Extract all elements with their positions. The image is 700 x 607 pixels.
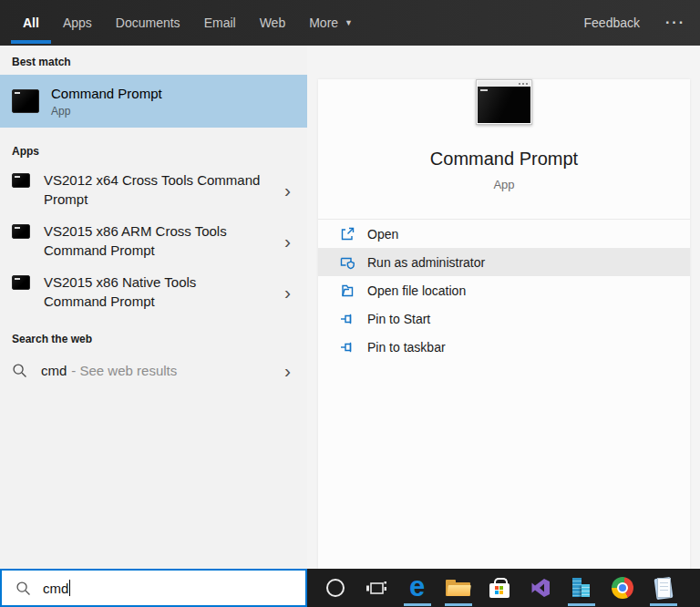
app-result-label: VS2015 x86 Native Tools Command Prompt — [44, 273, 261, 311]
tab-more-label: More — [309, 15, 338, 30]
action-label: Run as administrator — [367, 255, 485, 270]
results-area: Best match Command Prompt App Apps VS201… — [0, 46, 700, 569]
chrome-icon — [612, 577, 633, 599]
action-label: Pin to Start — [367, 312, 430, 326]
tab-apps[interactable]: Apps — [51, 0, 104, 46]
apps-header: Apps — [0, 128, 307, 164]
tab-all-label: All — [23, 15, 39, 30]
search-web-header: Search the web — [0, 317, 307, 354]
preview-subtitle: App — [318, 178, 690, 191]
file-explorer-icon — [446, 578, 470, 598]
search-icon — [12, 363, 27, 378]
tab-email-label: Email — [204, 15, 236, 30]
edge-icon: e — [409, 572, 425, 601]
action-run-as-administrator[interactable]: Run as administrator — [318, 248, 690, 276]
tab-apps-label: Apps — [63, 15, 92, 30]
preview-title: Command Prompt — [318, 149, 690, 170]
tab-web[interactable]: Web — [248, 0, 298, 46]
web-suffix-text: - See web results — [71, 363, 177, 378]
action-pin-to-taskbar[interactable]: Pin to taskbar — [318, 333, 690, 361]
action-label: Pin to taskbar — [367, 340, 446, 355]
command-prompt-icon — [12, 173, 30, 188]
server-manager-taskbar-button[interactable] — [561, 569, 602, 607]
preview-pane: Command Prompt App Open — [307, 46, 700, 569]
best-match-result[interactable]: Command Prompt App — [0, 75, 307, 128]
web-query-text: cmd — [41, 363, 67, 378]
app-result-vs2015-native[interactable]: VS2015 x86 Native Tools Command Prompt › — [0, 266, 307, 317]
action-label: Open — [367, 227, 398, 242]
filter-tabs: All Apps Documents Email Web More ▼ — [11, 0, 365, 46]
tab-more[interactable]: More ▼ — [297, 0, 365, 46]
edge-taskbar-button[interactable]: e — [396, 569, 438, 607]
web-search-result[interactable]: cmd - See web results › — [0, 354, 307, 386]
task-view-button[interactable] — [355, 569, 396, 607]
file-explorer-taskbar-button[interactable] — [438, 569, 479, 607]
results-list: Best match Command Prompt App Apps VS201… — [0, 46, 307, 569]
cortana-button[interactable] — [314, 569, 355, 607]
command-prompt-icon — [12, 89, 39, 113]
tab-documents[interactable]: Documents — [104, 0, 192, 46]
task-view-icon — [365, 576, 388, 600]
chevron-right-icon[interactable]: › — [284, 231, 291, 251]
app-result-vs2015-arm[interactable]: VS2015 x86 ARM Cross Tools Command Promp… — [0, 215, 307, 266]
visual-studio-icon — [529, 576, 552, 600]
feedback-button[interactable]: Feedback — [584, 15, 640, 30]
microsoft-store-icon — [489, 583, 510, 598]
chevron-right-icon[interactable]: › — [284, 283, 291, 302]
text-caret — [69, 580, 70, 596]
cortana-icon — [326, 579, 345, 597]
tab-email[interactable]: Email — [192, 0, 248, 46]
store-taskbar-button[interactable] — [479, 569, 520, 607]
tab-all[interactable]: All — [11, 0, 51, 46]
app-result-vs2012-x64[interactable]: VS2012 x64 Cross Tools Command Prompt › — [0, 164, 307, 215]
run-as-admin-icon — [339, 254, 355, 271]
taskbar-row: cmd e — [0, 569, 700, 607]
best-match-subtitle: App — [51, 105, 162, 118]
more-options-icon[interactable]: ··· — [665, 15, 685, 31]
search-input-value: cmd — [43, 581, 68, 596]
action-open-file-location[interactable]: Open file location — [318, 276, 690, 304]
pin-icon — [339, 339, 355, 355]
chevron-down-icon: ▼ — [345, 18, 353, 27]
server-manager-icon — [569, 577, 593, 599]
best-match-texts: Command Prompt App — [51, 86, 162, 118]
tab-documents-label: Documents — [116, 15, 180, 30]
search-input[interactable]: cmd — [0, 569, 307, 607]
open-icon — [339, 226, 355, 242]
app-result-label: VS2015 x86 ARM Cross Tools Command Promp… — [44, 221, 261, 260]
app-result-label: VS2012 x64 Cross Tools Command Prompt — [44, 170, 261, 209]
preview-card: Command Prompt App Open — [318, 79, 690, 592]
best-match-header: Best match — [0, 46, 307, 75]
search-flyout: All Apps Documents Email Web More ▼ Feed… — [0, 0, 700, 607]
topbar-right: Feedback ··· — [584, 15, 685, 31]
chevron-right-icon[interactable]: › — [284, 361, 291, 380]
visual-studio-taskbar-button[interactable] — [520, 569, 561, 607]
folder-icon — [339, 283, 355, 299]
action-open[interactable]: Open — [318, 220, 690, 248]
terminal-body — [478, 87, 530, 123]
search-icon — [15, 581, 31, 596]
pin-icon — [339, 311, 355, 327]
notepad-icon — [654, 577, 674, 600]
command-prompt-icon — [12, 275, 30, 290]
notepad-taskbar-button[interactable] — [643, 569, 684, 607]
taskbar: e — [307, 569, 700, 607]
action-label: Open file location — [367, 283, 466, 298]
search-filter-bar: All Apps Documents Email Web More ▼ Feed… — [0, 0, 700, 46]
chrome-taskbar-button[interactable] — [602, 569, 643, 607]
command-prompt-icon-large — [476, 79, 532, 125]
command-prompt-icon — [12, 224, 30, 239]
action-pin-to-start[interactable]: Pin to Start — [318, 304, 690, 333]
chevron-right-icon[interactable]: › — [284, 180, 291, 200]
best-match-title: Command Prompt — [51, 86, 162, 101]
tab-web-label: Web — [260, 15, 286, 30]
